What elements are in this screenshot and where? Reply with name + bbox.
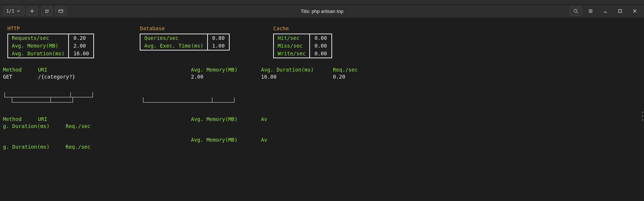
chevron-down-icon (16, 8, 21, 14)
terminal-pane[interactable]: HTTP Requests/sec0.20 Avg. Memory(MB)2.0… (0, 18, 644, 201)
cache-stats-table: Hit/sec0.00 Miss/sec0.00 Write/sec0.00 (273, 34, 332, 58)
close-icon (632, 8, 637, 14)
table-row: Avg. Memory(MB)2.00 (8, 42, 94, 50)
fragment-line-3: Avg. Memory(MB) Av (3, 136, 641, 143)
fragment-line-2: g. Duration(ms) Req./sec (3, 123, 641, 130)
open-in-new-button[interactable] (41, 6, 53, 16)
minimize-icon (603, 8, 608, 14)
table-row: Hit/sec0.00 (274, 34, 332, 42)
table-row: Avg. Duration(ms)16.00 (8, 50, 94, 58)
database-stats-table: Queries/sec0.80 Avg. Exec. Time(ms)1.00 (140, 34, 230, 51)
maximize-window-button[interactable] (614, 6, 626, 16)
layout-icon (58, 8, 63, 14)
close-window-button[interactable] (629, 6, 641, 16)
routes-table-row: GET /{category?} 2.00 16.00 0.20 (3, 73, 641, 80)
session-pager-button[interactable]: 1/1 (3, 6, 24, 16)
svg-rect-2 (619, 10, 622, 13)
table-row: Queries/sec0.80 (140, 34, 229, 42)
scroll-indicator (641, 112, 643, 121)
table-row: Requests/sec0.20 (8, 34, 94, 42)
tab-ghost (0, 0, 22, 4)
database-section-title: Database (140, 25, 230, 32)
svg-point-1 (574, 9, 577, 12)
hamburger-icon (588, 8, 593, 14)
fragment-header-1: Method URI Avg. Memory(MB) Av (3, 116, 641, 123)
redraw-skeleton-1 (3, 92, 239, 102)
minimize-window-button[interactable] (599, 6, 612, 16)
svg-rect-0 (59, 10, 63, 13)
table-row: Miss/sec0.00 (274, 42, 332, 50)
open-in-new-icon (45, 9, 49, 14)
caret-icon (641, 118, 643, 121)
cache-section-title: Cache (273, 25, 332, 32)
add-terminal-button[interactable] (27, 6, 38, 16)
http-section-title: HTTP (7, 25, 94, 32)
hamburger-menu-button[interactable] (584, 6, 597, 16)
maximize-icon (617, 8, 623, 14)
routes-table-header: Method URI Avg. Memory(MB) Avg. Duration… (3, 66, 641, 73)
fragment-line-4: g. Duration(ms) Req./sec (3, 143, 641, 150)
table-row: Avg. Exec. Time(ms)1.00 (140, 42, 229, 50)
plus-icon (30, 9, 34, 13)
pager-label: 1/1 (6, 8, 14, 14)
window-title: Tilix: php artisan top (301, 8, 344, 14)
caret-icon (641, 111, 643, 114)
caret-icon (641, 115, 643, 117)
http-stats-table: Requests/sec0.20 Avg. Memory(MB)2.00 Avg… (7, 34, 94, 58)
layout-button[interactable] (55, 6, 67, 16)
table-row: Write/sec0.00 (274, 50, 332, 58)
title-bar: 1/1 Tilix: php artisan top (0, 4, 644, 18)
search-icon (573, 8, 578, 14)
application-tab-strip (0, 0, 644, 4)
search-button[interactable] (570, 6, 582, 16)
